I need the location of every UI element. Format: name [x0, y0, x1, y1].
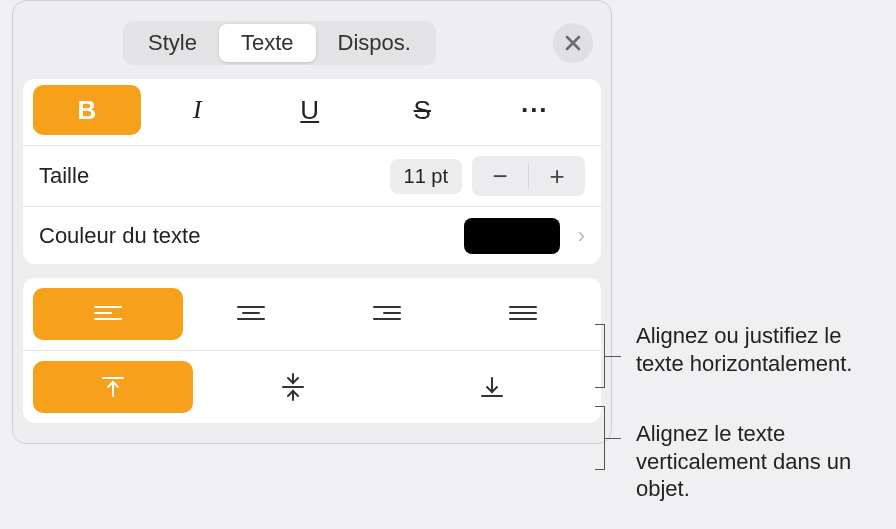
- tab-group: Style Texte Dispos.: [123, 21, 436, 65]
- close-icon: [564, 34, 582, 52]
- alignment-card: [23, 278, 601, 423]
- valign-middle-icon: [280, 372, 306, 402]
- text-color-swatch[interactable]: [464, 218, 560, 254]
- valign-middle-button[interactable]: [193, 363, 392, 411]
- text-color-row[interactable]: Couleur du texte ›: [23, 206, 601, 264]
- callout-bracket-horiz: [604, 324, 605, 388]
- callout-vertical: Alignez le texte verticalement dans un o…: [636, 420, 886, 503]
- align-right-button[interactable]: [319, 290, 455, 338]
- size-row: Taille 11 pt − +: [23, 145, 601, 206]
- bold-button[interactable]: B: [33, 85, 141, 135]
- italic-button[interactable]: I: [141, 88, 254, 132]
- format-panel: Style Texte Dispos. B I U S ··· Taille 1…: [12, 0, 612, 444]
- text-style-card: B I U S ··· Taille 11 pt − + Couleur du …: [23, 79, 601, 264]
- text-color-label: Couleur du texte: [39, 223, 464, 249]
- tab-dispos[interactable]: Dispos.: [316, 24, 433, 62]
- valign-bottom-icon: [479, 374, 505, 400]
- horizontal-align-row: [23, 278, 601, 350]
- vertical-align-row: [23, 350, 601, 423]
- valign-bottom-button[interactable]: [392, 363, 591, 411]
- valign-top-icon: [100, 374, 126, 400]
- size-stepper: − +: [472, 156, 585, 196]
- align-center-button[interactable]: [183, 290, 319, 338]
- tab-texte[interactable]: Texte: [219, 24, 316, 62]
- size-increase[interactable]: +: [529, 156, 585, 196]
- callout-bracket-vert: [604, 406, 605, 470]
- font-style-row: B I U S ···: [23, 79, 601, 145]
- callout-horizontal: Alignez ou justifiez le texte horizontal…: [636, 322, 886, 377]
- align-left-button[interactable]: [33, 288, 183, 340]
- more-styles-button[interactable]: ···: [479, 88, 592, 132]
- size-value[interactable]: 11 pt: [390, 159, 462, 194]
- strikethrough-button[interactable]: S: [366, 88, 479, 132]
- tab-style[interactable]: Style: [126, 24, 219, 62]
- close-button[interactable]: [553, 23, 593, 63]
- justify-button[interactable]: [455, 290, 591, 338]
- underline-button[interactable]: U: [254, 88, 367, 132]
- chevron-right-icon: ›: [578, 223, 585, 249]
- justify-icon: [508, 304, 538, 324]
- align-left-icon: [93, 304, 123, 324]
- align-center-icon: [236, 304, 266, 324]
- size-label: Taille: [39, 163, 390, 189]
- valign-top-button[interactable]: [33, 361, 193, 413]
- tab-bar: Style Texte Dispos.: [13, 1, 611, 79]
- align-right-icon: [372, 304, 402, 324]
- size-decrease[interactable]: −: [472, 156, 528, 196]
